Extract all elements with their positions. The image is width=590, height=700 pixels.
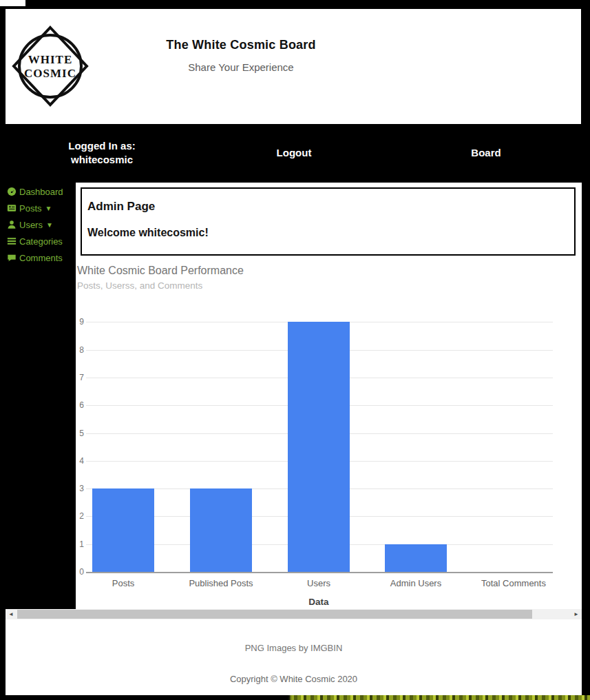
sidebar-item-users[interactable]: Users ▼ [7, 216, 74, 233]
chevron-down-icon: ▼ [46, 221, 53, 229]
scroll-left-button[interactable]: ◄ [6, 609, 17, 619]
scroll-right-button[interactable]: ► [571, 609, 582, 619]
page-edge-notch [0, 0, 25, 6]
list-icon [7, 236, 17, 246]
x-axis-category-label: Users [271, 578, 367, 588]
x-axis-category-label: Total Comments [465, 578, 562, 588]
logged-in-label: Logged In as: [33, 139, 171, 153]
sidebar-item-label: Posts [19, 203, 42, 214]
x-axis-category-label: Posts [75, 578, 171, 588]
bar-admin-users[interactable] [385, 544, 447, 572]
chevron-down-icon: ▼ [45, 205, 52, 212]
header-text-block: The White Cosmic Board Share Your Experi… [6, 38, 476, 73]
scroll-left-arrow-icon: ◄ [8, 612, 14, 617]
y-axis-tick-label: 9 [76, 317, 84, 327]
copyright-text: Copyright © White Cosmic 2020 [6, 674, 582, 684]
y-axis-tick-label: 0 [76, 567, 84, 577]
x-axis-baseline [86, 572, 553, 573]
sidebar-item-label: Users [19, 220, 43, 230]
sidebar-item-posts[interactable]: Posts ▼ [7, 200, 74, 216]
sidebar-item-label: Categories [19, 236, 63, 247]
y-axis-tick-label: 3 [76, 484, 84, 493]
sidebar-item-dashboard[interactable]: Dashboard [7, 183, 74, 200]
comment-icon [7, 253, 17, 262]
gauge-icon [7, 187, 17, 196]
y-axis-tick-label: 4 [76, 456, 84, 466]
imgbin-credit-link[interactable]: PNG Images by IMGBIN [6, 643, 582, 653]
background-image-strip [0, 695, 590, 700]
y-axis-tick-label: 2 [76, 511, 84, 521]
x-axis-title: Data [277, 597, 360, 607]
logged-in-username: whitecosmic [33, 153, 171, 167]
user-icon [7, 220, 17, 229]
scroll-right-arrow-icon: ► [573, 612, 579, 617]
sidebar-item-categories[interactable]: Categories [7, 233, 74, 249]
post-icon [7, 203, 17, 213]
main-content: Admin Page Welcome whitecosmic! White Co… [76, 183, 582, 609]
site-header: WHITE COSMIC The White Cosmic Board Shar… [6, 9, 581, 124]
sidebar-item-label: Dashboard [19, 187, 63, 197]
y-axis-tick-label: 6 [76, 400, 84, 410]
y-axis-tick-label: 7 [76, 373, 84, 382]
site-footer: PNG Images by IMGBIN Copyright © White C… [6, 619, 582, 695]
x-axis-category-label: Published Posts [173, 578, 269, 588]
scrollbar-thumb[interactable] [17, 610, 532, 619]
logged-in-status: Logged In as: whitecosmic [33, 139, 171, 167]
page-title: The White Cosmic Board [6, 38, 476, 52]
sidebar-item-comments[interactable]: Comments [7, 249, 74, 266]
y-axis-tick-label: 1 [76, 539, 84, 549]
y-axis-tick-label: 8 [76, 345, 84, 355]
page-subtitle: Share Your Experience [6, 61, 476, 73]
logout-link[interactable]: Logout [225, 147, 363, 158]
admin-sidebar: Dashboard Posts ▼ Users ▼ Categories Com… [7, 183, 74, 266]
bar-chart: 0123456789PostsPublished PostsUsersAdmin… [76, 183, 582, 609]
bar-published-posts[interactable] [190, 488, 252, 572]
x-axis-category-label: Admin Users [368, 578, 464, 588]
y-axis-tick-label: 5 [76, 429, 84, 438]
bar-posts[interactable] [92, 488, 154, 572]
board-link[interactable]: Board [417, 147, 555, 158]
sidebar-item-label: Comments [19, 253, 63, 263]
horizontal-scrollbar[interactable]: ◄ ► [6, 609, 582, 619]
bar-users[interactable] [288, 322, 350, 572]
